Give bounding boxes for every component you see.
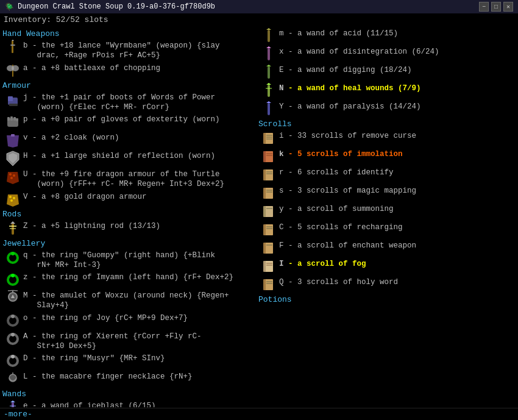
category-hand-weapons: Hand Weapons — [2, 29, 254, 38]
svg-point-18 — [9, 196, 12, 198]
maximize-button[interactable]: □ — [491, 2, 501, 12]
item-ring-musyr: D - the ring "Musyr" {MR+ SInv} — [2, 352, 254, 369]
left-panel: Hand Weapons b - the +18 lance "Wyrmbane… — [0, 26, 256, 407]
item-scroll-immolation: k - 5 scrolls of immolation — [258, 148, 516, 165]
item-scroll-fog: I - a scroll of fog — [258, 258, 516, 275]
item-wand-disintegration: x - a wand of disintegration (6/24) — [258, 46, 516, 63]
svg-marker-48 — [266, 65, 271, 66]
svg-rect-11 — [10, 116, 13, 121]
svg-point-20 — [10, 199, 13, 202]
svg-rect-52 — [268, 103, 270, 115]
svg-marker-50 — [266, 83, 271, 85]
item-ring-xierent: A - the ring of Xierent {rCorr +Fly rC- … — [2, 330, 254, 352]
svg-rect-68 — [263, 188, 266, 199]
svg-rect-79 — [263, 243, 266, 254]
svg-point-5 — [12, 65, 19, 71]
svg-point-28 — [11, 274, 15, 277]
svg-point-16 — [13, 174, 15, 177]
svg-rect-45 — [268, 48, 270, 60]
item-gloves: p - a +0 pair of gloves of dexterity (wo… — [2, 113, 254, 130]
svg-point-15 — [9, 173, 12, 176]
svg-rect-10 — [7, 117, 10, 121]
svg-marker-41 — [10, 400, 15, 402]
svg-rect-47 — [268, 66, 270, 79]
item-ring-joy: o - the ring of Joy {rC+ MP+9 Dex+7} — [2, 312, 254, 329]
svg-rect-59 — [264, 151, 273, 162]
svg-point-38 — [9, 374, 16, 382]
title-bar: 🪲 Dungeon Crawl Stone Soup 0.19-a0-376-g… — [0, 0, 518, 13]
svg-marker-1 — [12, 40, 14, 41]
svg-rect-8 — [8, 96, 13, 101]
svg-rect-40 — [12, 402, 14, 407]
svg-marker-53 — [266, 101, 271, 103]
svg-rect-55 — [263, 133, 266, 144]
item-lance: b - the +18 lance "Wyrmbane" (weapon) {s… — [2, 40, 254, 61]
item-battleaxe: a - a +8 battleaxe of chopping — [2, 62, 254, 79]
item-gold-armour: V - a +8 gold dragon armour — [2, 191, 254, 208]
svg-marker-44 — [266, 28, 271, 30]
item-scroll-magic-mapping: s - 3 scrolls of magic mapping — [258, 185, 516, 202]
svg-rect-54 — [264, 133, 273, 144]
svg-point-17 — [10, 177, 13, 179]
item-scroll-holy-word: Q - 3 scrolls of holy word — [258, 276, 516, 293]
item-shield: H - a +1 large shield of reflection (wor… — [2, 150, 254, 167]
item-necklace: L - the macabre finger necklace {rN+} — [2, 371, 254, 388]
item-scroll-identify: r - 6 scrolls of identify — [258, 166, 516, 183]
item-lightning-rod: Z - a +5 lightning rod (13/13) — [2, 220, 254, 237]
svg-point-26 — [11, 252, 15, 255]
more-indicator: -more- — [4, 410, 32, 419]
svg-point-37 — [11, 355, 15, 358]
minimize-button[interactable]: − — [479, 2, 489, 12]
item-boots: j - the +1 pair of boots of Words of Pow… — [2, 91, 254, 113]
item-wand-digging: E - a wand of digging (18/24) — [258, 64, 516, 81]
item-amulet-woxzu: M - the amulet of Woxzu (around neck) {R… — [2, 290, 254, 311]
svg-point-19 — [13, 197, 15, 199]
bottom-bar: -more- — [0, 408, 518, 420]
item-wand-acid: m - a wand of acid (11/15) — [258, 27, 516, 44]
right-panel: m - a wand of acid (11/15) x - a wand of… — [256, 26, 518, 407]
svg-rect-0 — [12, 41, 13, 53]
svg-rect-67 — [264, 188, 273, 199]
app-icon: 🪲 — [5, 2, 14, 12]
item-cloak: v - a +2 cloak (worn) — [2, 132, 254, 149]
svg-point-33 — [11, 315, 15, 318]
item-scroll-summoning: y - a scroll of summoning — [258, 203, 516, 220]
svg-rect-85 — [264, 279, 273, 290]
item-dragon-armour: U - the +9 fire dragon armour of the Tur… — [2, 168, 254, 190]
svg-rect-64 — [263, 169, 266, 180]
svg-rect-12 — [13, 117, 16, 121]
item-wand-iceblast: e - a wand of iceblast (6/15) — [2, 400, 254, 407]
category-potions: Potions — [258, 295, 516, 304]
item-ring-imyamn: z - the ring of Imyamn (left hand) {rF+ … — [2, 271, 254, 288]
category-rods: Rods — [2, 210, 254, 219]
svg-rect-2 — [10, 44, 15, 46]
category-scrolls: Scrolls — [258, 119, 516, 129]
svg-marker-46 — [266, 46, 271, 48]
item-scroll-enchant-weapon: F - a scroll of enchant weapon — [258, 240, 516, 257]
close-button[interactable]: ✕ — [503, 2, 513, 12]
window-controls: − □ ✕ — [479, 2, 513, 12]
svg-rect-75 — [263, 224, 266, 235]
svg-rect-71 — [264, 206, 273, 217]
item-scroll-remove-curse: i - 33 scrolls of remove curse — [258, 130, 516, 147]
category-jewellery: Jewellery — [2, 239, 254, 248]
svg-rect-86 — [263, 279, 266, 290]
svg-rect-78 — [264, 243, 273, 254]
category-wands-left: Wands — [2, 390, 254, 399]
svg-rect-82 — [263, 261, 266, 272]
svg-point-35 — [11, 333, 15, 336]
svg-rect-72 — [263, 206, 266, 217]
svg-rect-14 — [11, 134, 15, 137]
item-ring-guompy: q - the ring "Guompy" (right hand) {+Bli… — [2, 249, 254, 271]
svg-rect-60 — [263, 151, 266, 162]
svg-marker-22 — [10, 221, 15, 224]
item-wand-paralysis: Y - a wand of paralysis (14/24) — [258, 101, 516, 118]
svg-rect-63 — [264, 169, 273, 180]
title-bar-text: Dungeon Crawl Stone Soup 0.19-a0-376-gf7… — [18, 2, 215, 11]
item-scroll-recharging: C - 5 scrolls of recharging — [258, 221, 516, 238]
svg-rect-7 — [9, 104, 18, 106]
inventory-header: Inventory: 52/52 slots — [0, 13, 518, 26]
svg-rect-81 — [264, 261, 273, 272]
category-armour: Armour — [2, 81, 254, 90]
svg-rect-49 — [268, 85, 270, 97]
